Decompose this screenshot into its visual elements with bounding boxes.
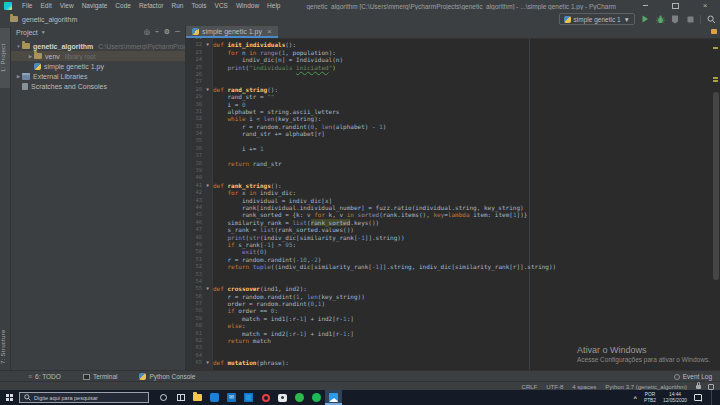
start-button[interactable] [2, 390, 17, 405]
tree-expand-arrow[interactable]: ▼ [15, 44, 22, 49]
token: s_rank = [213, 226, 260, 233]
locate-file-icon[interactable]: ◎ [144, 26, 150, 38]
tree-expand-arrow[interactable]: ▶ [27, 54, 34, 59]
taskbar-app-blue-app-icon[interactable] [206, 390, 223, 405]
close-tab-icon[interactable]: × [267, 27, 272, 36]
status-item-1[interactable]: UTF-8 [546, 384, 563, 390]
notification-center-icon[interactable] [694, 394, 702, 401]
tool-button-6-todo[interactable]: ≡6: TODO [28, 373, 61, 380]
taskbar-app-mail-icon[interactable]: ✉ [223, 390, 240, 405]
line-number: 50 [186, 248, 202, 255]
warning-stripe-mark[interactable] [713, 47, 718, 49]
event-log-button[interactable]: Event Log [674, 373, 712, 380]
tool-stripe-structure[interactable]: 7: Structure [0, 324, 10, 370]
status-widget-icon[interactable] [708, 384, 714, 390]
menu-bar: FileEditViewNavigateCodeRefactorRunTools… [18, 0, 284, 12]
fold-spacer [202, 137, 213, 144]
status-item-3[interactable]: Python 3.7 (genetic_algorithm) [605, 384, 687, 390]
menu-edit[interactable]: Edit [36, 0, 55, 12]
inspection-indicator[interactable] [711, 29, 717, 34]
debug-button[interactable] [655, 14, 665, 24]
minimize-button[interactable] [630, 0, 660, 12]
menu-code[interactable]: Code [111, 0, 135, 12]
taskbar-app-file-explorer-icon[interactable] [189, 390, 206, 405]
language-indicator[interactable]: POR PTB2 [644, 392, 656, 403]
warning-stripe-mark[interactable] [713, 77, 718, 79]
editor-scrollbar[interactable] [713, 92, 719, 280]
settings-gear-icon[interactable]: ⚙ [164, 26, 170, 38]
coverage-button[interactable] [670, 14, 680, 24]
menu-navigate[interactable]: Navigate [78, 0, 112, 12]
collapse-all-icon[interactable]: ÷ [155, 26, 159, 38]
menu-file[interactable]: File [18, 0, 36, 12]
taskbar-app-photos-icon[interactable] [325, 390, 342, 405]
code-text: def rand_string(): [213, 86, 278, 93]
tree-item-simple-genetic-1-py[interactable]: simple genetic 1.py [11, 61, 185, 71]
close-button[interactable]: × [690, 0, 720, 12]
line-number: 54 [186, 278, 202, 285]
tree-item-venv[interactable]: ▶venvlibrary root [11, 51, 185, 61]
tree-expand-arrow[interactable]: ▶ [15, 74, 22, 79]
code-text: if order == 0: [213, 307, 278, 314]
line-number: 53 [186, 271, 202, 278]
token: ) [321, 300, 325, 307]
taskbar-app-cortana-icon[interactable] [155, 390, 172, 405]
fold-arrow-icon[interactable]: ▼ [202, 285, 213, 292]
token: (alphabet) - [332, 123, 379, 130]
taskbar-search-input[interactable]: Digite aqui para pesquisar [19, 392, 149, 403]
tool-button-python-console[interactable]: Python Console [139, 373, 195, 380]
menu-tools[interactable]: Tools [187, 0, 210, 12]
code-editor[interactable]: 2122▼def init_individuals():23 for n in … [186, 38, 720, 370]
menu-run[interactable]: Run [167, 0, 187, 12]
menu-help[interactable]: Help [263, 0, 284, 12]
menu-vcs[interactable]: VCS [211, 0, 232, 12]
search-everywhere-button[interactable] [706, 14, 716, 24]
tree-item-genetic-algorithm[interactable]: ▼genetic_algorithmC:\Users\mmerg\Pycharm… [11, 41, 185, 51]
menu-refactor[interactable]: Refactor [135, 0, 168, 12]
menu-window[interactable]: Window [232, 0, 263, 12]
tree-item-label: simple genetic 1.py [44, 63, 104, 70]
status-item-0[interactable]: CRLF [522, 384, 538, 390]
warning-stripe-mark[interactable] [713, 80, 718, 82]
clock[interactable]: 14:44 12/05/2020 [663, 392, 687, 403]
lock-icon[interactable] [696, 385, 701, 389]
line-number: 36 [186, 145, 202, 152]
tool-stripe-project[interactable]: 1: Project [0, 28, 10, 88]
taskbar-app-blue-app-2-icon[interactable] [240, 390, 257, 405]
tree-item-scratches-and-consoles[interactable]: Scratches and Consoles [11, 81, 185, 91]
taskbar-app-green-app-icon[interactable] [308, 390, 325, 405]
line-number: 65 [186, 359, 202, 366]
token: indiv_dic[n] = Individual(n) [213, 56, 343, 63]
taskbar-app-whatsapp-icon[interactable] [291, 390, 308, 405]
hidden-icons-chevron[interactable]: ^ [633, 395, 637, 401]
fold-spacer [202, 219, 213, 226]
green-app-icon [312, 393, 321, 402]
breadcrumb[interactable]: genetic_algorithm [22, 16, 77, 23]
code-line: 42 for x in indiv_dic: [186, 189, 720, 196]
editor-tab-simple-genetic[interactable]: simple genetic 1.py × [186, 26, 278, 38]
menu-view[interactable]: View [56, 0, 78, 12]
fold-arrow-icon[interactable]: ▼ [202, 41, 213, 48]
project-view-selector[interactable]: Project [16, 29, 38, 36]
taskbar-app-opera-icon[interactable] [257, 390, 274, 405]
fold-arrow-icon[interactable]: ▼ [202, 182, 213, 189]
fold-spacer [202, 278, 213, 285]
hide-panel-icon[interactable]: ─ [175, 26, 180, 38]
taskbar-app-light-app-icon[interactable] [274, 390, 291, 405]
taskbar-apps: ✉ [155, 390, 342, 405]
fold-arrow-icon[interactable]: ▼ [202, 86, 213, 93]
line-number: 63 [186, 344, 202, 351]
tree-item-external-libraries[interactable]: ▶External Libraries [11, 71, 185, 81]
token: print [227, 64, 245, 71]
fold-arrow-icon[interactable]: ▼ [202, 359, 213, 366]
status-item-2[interactable]: 4 spaces [572, 384, 596, 390]
tool-button-terminal[interactable]: Terminal [83, 373, 118, 380]
run-button[interactable] [640, 14, 650, 24]
token: ]].string, indiv_dic[similarity_rank[r]]… [379, 263, 556, 270]
maximize-button[interactable] [660, 0, 690, 12]
run-config-selector[interactable]: simple genetic 1 ▼ [559, 13, 635, 25]
code-line: 30 i = 0 [186, 101, 720, 108]
show-desktop-button[interactable] [711, 390, 715, 405]
stop-button[interactable] [685, 14, 695, 24]
taskbar-app-task-view-icon[interactable] [172, 390, 189, 405]
